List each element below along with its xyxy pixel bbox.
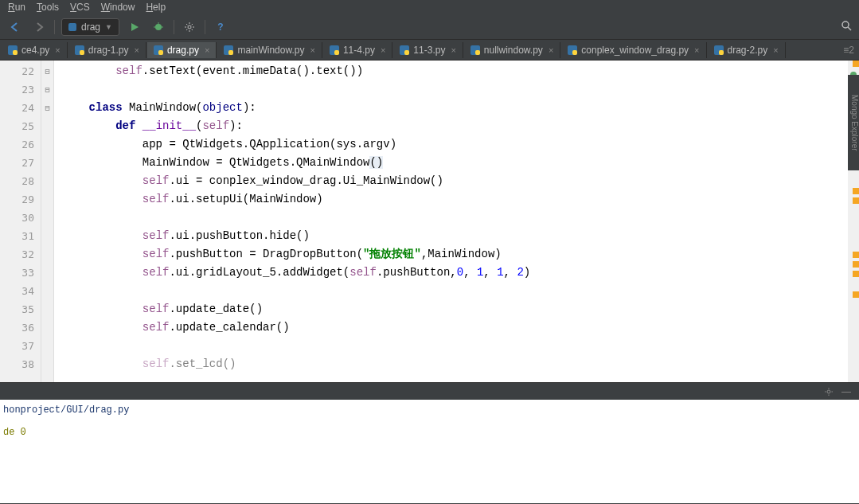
svg-point-4	[188, 25, 191, 29]
run-settings-icon[interactable]	[824, 387, 834, 397]
close-icon[interactable]: ×	[310, 45, 314, 55]
tab-label: drag-1.py	[88, 45, 129, 56]
python-file-icon	[224, 45, 233, 55]
tab-label: 11-4.py	[343, 45, 375, 56]
python-file-icon	[714, 45, 724, 55]
svg-rect-12	[158, 50, 163, 55]
side-tool-mongo[interactable]: Mongo Explorer	[848, 75, 859, 170]
svg-point-0	[155, 24, 162, 30]
python-file-icon	[75, 45, 84, 55]
menu-bar: Run Tools VCS Window Help	[0, 0, 859, 14]
svg-rect-22	[572, 50, 577, 55]
tab-ce4-py[interactable]: ce4.py×	[2, 42, 68, 58]
debug-button[interactable]	[150, 18, 167, 36]
python-icon	[68, 23, 76, 31]
close-icon[interactable]: ×	[773, 45, 778, 55]
menu-vcs[interactable]: VCS	[70, 2, 90, 13]
tab-label: conplex_window_drag.py	[581, 45, 689, 56]
tab-label: ce4.py	[21, 45, 49, 56]
svg-rect-10	[80, 50, 84, 55]
search-everywhere-icon[interactable]	[840, 19, 853, 32]
tab-drag-1-py[interactable]: drag-1.py×	[68, 42, 146, 58]
menu-window[interactable]: Window	[101, 2, 135, 13]
console-exit-code: de 0	[3, 427, 856, 438]
menu-run[interactable]: Run	[8, 2, 25, 13]
help-button[interactable]: ?	[212, 18, 229, 36]
close-icon[interactable]: ×	[549, 45, 553, 55]
nav-forward-button[interactable]	[30, 18, 48, 36]
close-icon[interactable]: ×	[451, 45, 455, 55]
tab-overflow-badge[interactable]: ≡2	[843, 45, 854, 56]
tab-conplex_window_drag-py[interactable]: conplex_window_drag.py×	[561, 42, 706, 58]
menu-tools[interactable]: Tools	[37, 2, 59, 13]
close-icon[interactable]: ×	[381, 45, 385, 55]
svg-rect-8	[13, 50, 18, 55]
svg-point-5	[842, 21, 849, 28]
run-panel-header: —	[0, 382, 859, 400]
code-area[interactable]: self.setText(event.mimeData().text()) cl…	[54, 61, 848, 382]
settings-button[interactable]	[181, 18, 198, 36]
close-icon[interactable]: ×	[694, 45, 699, 55]
svg-rect-18	[404, 50, 409, 55]
svg-point-25	[827, 390, 830, 393]
tab-label: drag-2.py	[728, 45, 768, 56]
editor-tabs: ce4.py×drag-1.py×drag.py×mainWindow.py×1…	[0, 40, 859, 61]
nav-back-button[interactable]	[6, 18, 24, 36]
menu-help[interactable]: Help	[146, 2, 166, 13]
python-file-icon	[470, 45, 480, 55]
hide-panel-icon[interactable]: —	[841, 386, 851, 397]
run-config-label: drag	[81, 21, 100, 33]
svg-rect-16	[334, 50, 339, 55]
python-file-icon	[8, 45, 18, 55]
svg-rect-24	[719, 50, 724, 55]
svg-line-6	[848, 27, 851, 30]
tab-drag-2-py[interactable]: drag-2.py×	[708, 42, 786, 58]
tab-11-3-py[interactable]: 11-3.py×	[393, 42, 463, 58]
run-button[interactable]	[126, 18, 143, 36]
close-icon[interactable]: ×	[135, 45, 139, 55]
tab-label: drag.py	[167, 45, 199, 56]
python-file-icon	[568, 45, 577, 55]
line-gutter: 2223242526272829303132333435363738	[0, 61, 41, 382]
console-path: honproject/GUI/drag.py	[3, 404, 856, 416]
toolbar: drag ▼ ?	[0, 14, 859, 40]
run-config-selector[interactable]: drag ▼	[61, 18, 119, 36]
python-file-icon	[330, 45, 339, 55]
code-editor[interactable]: 2223242526272829303132333435363738 ⊟⊟⊟ s…	[0, 61, 859, 382]
chevron-down-icon: ▼	[105, 23, 112, 31]
tab-drag-py[interactable]: drag.py×	[147, 42, 217, 58]
run-console[interactable]: honproject/GUI/drag.py de 0	[0, 400, 859, 503]
tab-nullwindow-py[interactable]: nullwindow.py×	[464, 42, 560, 58]
fold-column[interactable]: ⊟⊟⊟	[41, 61, 54, 382]
tab-11-4-py[interactable]: 11-4.py×	[323, 42, 392, 58]
tab-label: nullwindow.py	[484, 45, 543, 56]
python-file-icon	[400, 45, 409, 55]
close-icon[interactable]: ×	[205, 45, 209, 55]
close-icon[interactable]: ×	[55, 45, 60, 55]
tab-label: 11-3.py	[413, 45, 445, 56]
tab-mainWindow-py[interactable]: mainWindow.py×	[217, 42, 322, 58]
svg-rect-20	[475, 50, 480, 55]
svg-rect-14	[228, 50, 233, 55]
tab-label: mainWindow.py	[237, 45, 304, 56]
python-file-icon	[154, 45, 163, 55]
